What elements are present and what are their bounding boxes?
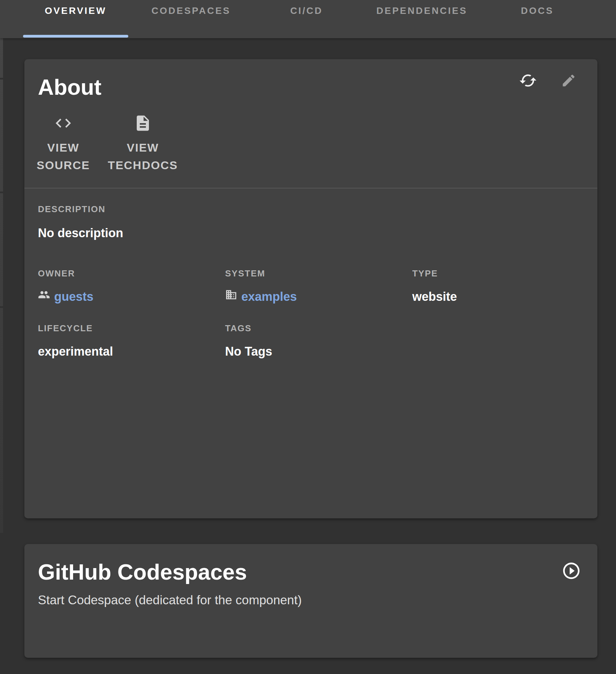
business-icon bbox=[225, 289, 237, 305]
about-card-actions bbox=[519, 71, 576, 91]
about-fields-grid: OWNER guests SYSTEM examples bbox=[38, 268, 584, 360]
tab-ci-cd[interactable]: CI/CD bbox=[249, 0, 364, 38]
edit-pencil-icon bbox=[561, 73, 576, 89]
view-techdocs-link[interactable]: VIEW TECHDOCS bbox=[109, 114, 177, 174]
about-card: About VIEW SOURCE VIEW T bbox=[24, 59, 597, 518]
github-codespaces-card: GitHub Codespaces Start Codespace (dedic… bbox=[24, 544, 597, 658]
field-description: DESCRIPTION No description bbox=[38, 203, 584, 241]
tab-overview[interactable]: OVERVIEW bbox=[18, 0, 133, 38]
about-card-links: VIEW SOURCE VIEW TECHDOCS bbox=[38, 114, 597, 174]
sidebar-edge-divider bbox=[0, 192, 3, 193]
tags-value: No Tags bbox=[225, 343, 412, 360]
tags-label: TAGS bbox=[225, 322, 412, 334]
type-value: website bbox=[412, 289, 584, 305]
system-link[interactable]: examples bbox=[241, 289, 297, 305]
refresh-entity-button[interactable] bbox=[519, 71, 537, 91]
field-owner: OWNER guests bbox=[38, 268, 225, 305]
tabs: OVERVIEW CODESPACES CI/CD DEPENDENCIES D… bbox=[0, 0, 616, 38]
tab-docs[interactable]: DOCS bbox=[480, 0, 595, 38]
active-tab-indicator bbox=[23, 35, 128, 38]
type-label: TYPE bbox=[412, 268, 584, 279]
system-label: SYSTEM bbox=[225, 268, 412, 279]
entity-tab-bar: OVERVIEW CODESPACES CI/CD DEPENDENCIES D… bbox=[0, 0, 616, 38]
code-icon bbox=[54, 114, 72, 133]
field-system: SYSTEM examples bbox=[225, 268, 412, 305]
lifecycle-label: LIFECYCLE bbox=[38, 322, 225, 334]
description-label: DESCRIPTION bbox=[38, 203, 584, 215]
description-value: No description bbox=[38, 225, 584, 241]
lifecycle-value: experimental bbox=[38, 343, 225, 360]
field-tags: TAGS No Tags bbox=[225, 322, 412, 360]
field-lifecycle: LIFECYCLE experimental bbox=[38, 322, 225, 360]
view-source-label: VIEW SOURCE bbox=[37, 139, 90, 174]
edit-metadata-button[interactable] bbox=[561, 73, 576, 89]
sidebar-edge-divider bbox=[0, 78, 3, 80]
tab-codespaces[interactable]: CODESPACES bbox=[133, 0, 249, 38]
document-icon bbox=[134, 114, 152, 133]
about-card-body: DESCRIPTION No description OWNER guests … bbox=[24, 188, 597, 360]
group-icon bbox=[38, 289, 50, 305]
refresh-icon bbox=[519, 71, 537, 91]
about-card-header: About bbox=[24, 59, 597, 100]
view-techdocs-label: VIEW TECHDOCS bbox=[108, 139, 178, 174]
owner-label: OWNER bbox=[38, 268, 225, 279]
codespaces-card-subtitle: Start Codespace (dedicated for the compo… bbox=[38, 592, 568, 608]
codespaces-card-title: GitHub Codespaces bbox=[38, 559, 247, 585]
field-type: TYPE website bbox=[412, 268, 584, 305]
start-codespace-button[interactable] bbox=[562, 561, 581, 582]
codespaces-card-header: GitHub Codespaces bbox=[24, 544, 597, 585]
owner-link[interactable]: guests bbox=[54, 289, 93, 305]
play-circle-icon bbox=[562, 561, 581, 582]
view-source-link[interactable]: VIEW SOURCE bbox=[38, 114, 89, 174]
sidebar-edge-divider bbox=[0, 306, 3, 308]
sidebar-edge bbox=[0, 38, 3, 533]
tab-dependencies[interactable]: DEPENDENCIES bbox=[364, 0, 480, 38]
about-card-title: About bbox=[38, 74, 581, 100]
